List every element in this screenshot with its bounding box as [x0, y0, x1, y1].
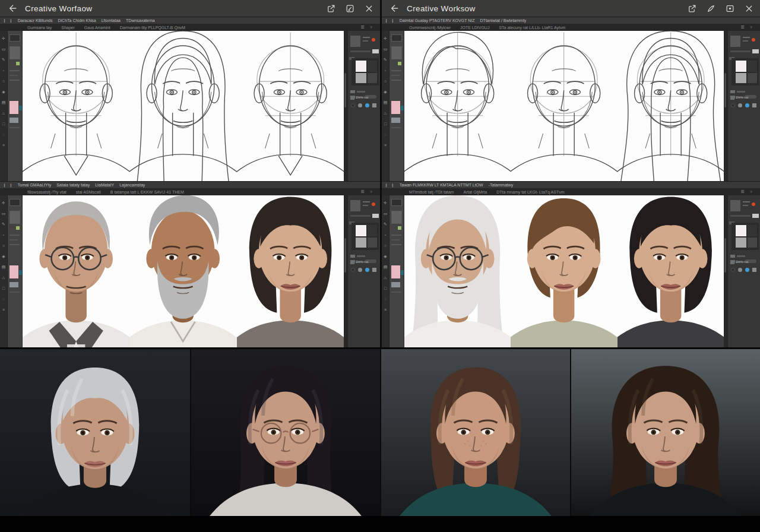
swatch-white[interactable] [356, 61, 366, 72]
back-icon[interactable] [388, 3, 400, 14]
zoom-tool-icon[interactable]: ◌ [383, 132, 388, 137]
scrollbar-thumb[interactable] [724, 73, 726, 107]
back-icon[interactable] [6, 3, 18, 14]
brush-tool-icon[interactable]: ✎ [383, 221, 388, 227]
option-item[interactable]: DTta mnamy tat LKGt- LtaTq ASTvm [496, 190, 564, 194]
layer-row-icon[interactable] [350, 96, 354, 100]
swatch-dark[interactable] [368, 73, 377, 83]
record-color-dot[interactable] [752, 38, 755, 42]
gray-square-dot[interactable] [372, 268, 376, 272]
slider-row[interactable] [730, 50, 750, 52]
layer-row-icon[interactable] [350, 255, 355, 258]
fill-tool-icon[interactable]: ◈ [1, 254, 7, 259]
layer-thumb[interactable] [391, 118, 400, 123]
eyedropper-tool-icon[interactable]: ♨ [1, 275, 7, 280]
color-picker-thumb[interactable] [350, 36, 360, 47]
scrollbar-thumb[interactable] [344, 73, 346, 107]
swatch-slot-empty[interactable] [748, 61, 757, 72]
fill-tool-icon[interactable]: ◈ [383, 254, 388, 259]
move-tool-icon[interactable]: ✛ [1, 36, 7, 41]
text-tool-icon[interactable]: ▤ [1, 100, 7, 105]
slider-row[interactable] [350, 215, 370, 217]
lasso-tool-icon[interactable]: ▭ [1, 211, 7, 216]
blend-dot[interactable] [731, 103, 735, 107]
brush-icon[interactable] [706, 4, 716, 14]
blend-dot[interactable] [351, 268, 355, 272]
scrollbar-thumb[interactable] [724, 238, 726, 273]
teal-chip[interactable] [401, 270, 404, 275]
canvas-mid-right[interactable] [404, 195, 724, 347]
layer-row-icon[interactable] [730, 90, 735, 93]
menu-item[interactable]: Daracacr KBItunds [18, 18, 53, 23]
menu-item[interactable]: -Tatammatwy [489, 183, 514, 187]
settings-tool-icon[interactable]: ≡ [1, 307, 7, 312]
gray-square-dot[interactable] [752, 268, 756, 272]
option-item[interactable]: stal ASMscatl [76, 190, 101, 194]
eraser-tool-icon[interactable]: ▫ [383, 232, 388, 238]
menu-item[interactable]: DiChTa Chidm KNsa [58, 18, 96, 23]
layer-thumb[interactable] [10, 282, 18, 287]
share-icon[interactable] [687, 4, 697, 14]
teal-chip[interactable] [19, 270, 22, 275]
settings-tool-icon[interactable]: ≡ [383, 142, 388, 148]
active-color-dot[interactable] [745, 103, 749, 107]
teal-chip[interactable] [19, 106, 22, 110]
canvas-top-left[interactable] [23, 31, 344, 181]
slider-row[interactable] [730, 215, 750, 217]
swatch-dark[interactable] [748, 238, 757, 248]
value-box[interactable] [752, 49, 759, 53]
menu-item[interactable]: DTtaniwtat / Bwtetammty [480, 18, 527, 23]
record-color-dot[interactable] [372, 38, 375, 42]
green-chip[interactable] [16, 62, 20, 65]
layer-row-icon[interactable] [730, 261, 734, 264]
frame-icon[interactable] [725, 4, 735, 14]
panel-thumb[interactable] [10, 199, 20, 206]
record-color-dot[interactable] [752, 202, 755, 206]
brush-tool-icon[interactable]: ✎ [383, 57, 388, 62]
gray-dot[interactable] [738, 268, 742, 272]
option-item[interactable]: B tatampa tatt L EKKW SAV/J 41 THEM [110, 190, 184, 194]
gray-dot[interactable] [358, 103, 362, 107]
menu-item[interactable]: Tomal GMAaLtYty [18, 183, 51, 187]
brush-tool-icon[interactable]: ✎ [1, 221, 7, 227]
hand-tool-icon[interactable]: □ [1, 286, 7, 291]
layer-thumb[interactable] [10, 118, 18, 123]
lasso-tool-icon[interactable]: ▭ [383, 211, 388, 216]
slider-row[interactable] [350, 50, 370, 52]
menu-item[interactable]: Lajancamstay [119, 183, 145, 187]
panel-header-icons[interactable]: ☰ ▿ [360, 25, 375, 30]
gray-dot[interactable] [738, 103, 742, 107]
menu-item[interactable]: Sataia tataty fatay [56, 183, 90, 187]
canvas-mid-left[interactable] [23, 195, 344, 347]
swatch-mid[interactable] [356, 238, 366, 248]
panel-thumb[interactable] [391, 34, 402, 42]
swatch-mid[interactable] [356, 73, 366, 83]
hand-tool-icon[interactable]: □ [383, 121, 388, 126]
brush-preview-thumb[interactable] [10, 46, 20, 59]
gray-dot[interactable] [358, 268, 362, 272]
share-icon[interactable] [326, 4, 336, 14]
edit-icon[interactable] [345, 4, 355, 14]
zoom-tool-icon[interactable]: ◌ [1, 132, 7, 137]
teal-chip[interactable] [401, 106, 404, 110]
eraser-tool-icon[interactable]: ▫ [383, 68, 388, 73]
color-picker-thumb[interactable] [730, 200, 740, 211]
settings-tool-icon[interactable]: ≡ [1, 142, 7, 148]
eyedropper-tool-icon[interactable]: ♨ [1, 110, 7, 116]
blend-dot[interactable] [731, 268, 735, 272]
move-tool-icon[interactable]: ✛ [1, 200, 7, 205]
layer-row-icon[interactable] [730, 96, 734, 100]
layer-row-icon[interactable] [350, 261, 354, 264]
color-picker-thumb[interactable] [350, 200, 360, 211]
text-tool-icon[interactable]: ▤ [383, 100, 388, 105]
shape-tool-icon[interactable]: ○ [1, 243, 7, 248]
swatch-slot-empty[interactable] [368, 225, 377, 236]
foreground-color-swatch[interactable] [391, 101, 400, 114]
option-item[interactable]: Shaper [61, 26, 75, 30]
fill-tool-icon[interactable]: ◈ [1, 89, 7, 94]
close-icon[interactable] [744, 4, 754, 14]
brush-tool-icon[interactable]: ✎ [1, 57, 7, 62]
swatch-dark[interactable] [368, 238, 377, 248]
value-box[interactable] [372, 49, 379, 53]
move-tool-icon[interactable]: ✛ [383, 200, 388, 205]
